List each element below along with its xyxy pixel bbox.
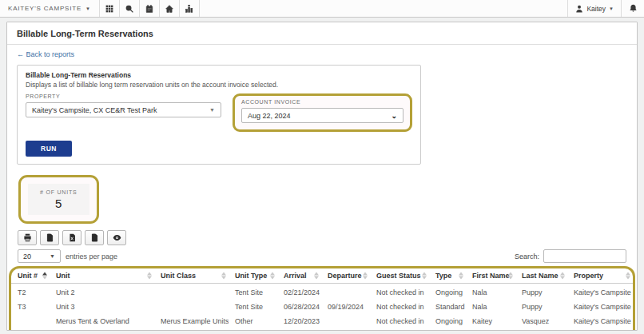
table-cell [154,284,229,300]
export-toolbar [18,230,637,245]
search-nav-button[interactable] [120,0,140,17]
main-panel: Billable Long-Term Reservations ← Back t… [6,22,638,331]
units-summary-label: # OF UNITS [40,189,78,195]
table-cell [11,314,50,328]
sort-icon [459,272,463,280]
column-header-label: Guest Status [376,272,421,280]
table-cell: Kaitey [466,314,515,328]
property-field-label: PROPERTY [26,93,221,99]
table-cell: 09/19/2024 [321,300,370,314]
reports-nav-button[interactable] [180,0,200,17]
back-to-reports-link[interactable]: ← Back to reports [17,50,74,58]
notifications-button[interactable] [622,0,644,17]
table-cell: Merus Glamping [50,328,154,331]
table-cell: Tent Site [229,300,277,314]
print-button[interactable] [18,230,37,245]
top-navigation-bar: KAITEY'S CAMPSITE ▼ Kaitey ▼ [0,0,644,18]
entries-per-page-label: entries per page [66,252,117,260]
property-select-value: Kaitey's Campsite, CX CE&R Test Park [32,106,157,114]
column-header-last-name[interactable]: Last Name [515,268,567,284]
search-label: Search: [515,252,539,260]
sort-icon [422,272,427,280]
column-header-label: Last Name [522,272,559,280]
search-input[interactable] [543,249,626,263]
table-cell: Merus Tent & Overland [50,314,154,328]
table-row: T2Unit 2Tent Site02/21/2024Not checked i… [11,284,633,300]
bar-chart-icon [185,5,193,13]
column-header-departure[interactable]: Departure [321,268,370,284]
table-row: Merus Tent & OverlandMerus Example Units… [11,314,633,328]
table-cell [321,328,370,331]
units-summary-value: 5 [40,197,78,210]
sort-icon [363,272,368,280]
table-row: Merus GlampingMerus Example UnitsOther01… [11,328,633,331]
table-cell: Unit 2 [50,284,154,300]
table-cell [11,328,50,331]
pdf-export-button[interactable] [40,230,59,245]
column-header-guest-status[interactable]: Guest Status [370,268,429,284]
file-csv-icon [90,233,99,242]
table-cell: T3 [11,300,50,314]
column-header-unit-class[interactable]: Unit Class [154,268,229,284]
csv-export-button[interactable] [85,230,104,245]
sort-icon [314,272,319,280]
property-switcher-label: KAITEY'S CAMPSITE [8,5,81,12]
table-cell: Tent Site [229,284,277,300]
column-header-type[interactable]: Type [429,268,466,284]
table-cell: Nala [466,284,515,300]
column-visibility-button[interactable] [107,230,126,245]
column-header-first-name[interactable]: First Name [466,268,515,284]
table-controls-row: 20 ▼ entries per page Search: [18,249,626,263]
column-header-unit-type[interactable]: Unit Type [229,268,277,284]
topbar-spacer [200,0,568,17]
page-title: Billable Long-Term Reservations [7,22,637,45]
column-header-label: First Name [472,272,510,280]
column-header-unit[interactable]: Unit [50,268,154,284]
chevron-down-icon: ▼ [609,6,614,11]
account-invoice-highlight: ACCOUNT INVOICE Aug 22, 2024 ⌄ [233,93,412,132]
table-cell: Not checked in [370,300,429,314]
table-cell: Vasquez [515,314,567,328]
file-excel-icon [68,233,77,242]
table-cell: Not checked in [370,314,429,328]
table-cell [321,314,370,328]
account-invoice-select[interactable]: Aug 22, 2024 ⌄ [241,108,403,123]
units-summary-box: # OF UNITS 5 [28,184,89,215]
report-form-card: Billable Long-Term Reservations Displays… [17,65,421,165]
column-header-label: Type [435,272,451,280]
table-cell: Kaitey's Campsite [567,300,633,314]
back-link-label: Back to reports [26,50,75,58]
excel-export-button[interactable] [62,230,81,245]
report-description: Displays a list of billable long term re… [26,81,412,89]
column-header-property[interactable]: Property [567,268,633,284]
user-icon [575,5,583,13]
column-header-label: Property [574,272,603,280]
results-table-highlight: Unit #UnitUnit ClassUnit TypeArrivalDepa… [9,266,635,331]
table-row: T3Unit 3Tent Site06/28/202409/19/2024Not… [11,300,633,314]
table-cell: Other [229,328,277,331]
table-header-row: Unit #UnitUnit ClassUnit TypeArrivalDepa… [11,268,633,284]
column-header-arrival[interactable]: Arrival [277,268,321,284]
home-nav-button[interactable] [160,0,180,17]
run-button[interactable]: RUN [26,141,72,157]
page-size-select[interactable]: 20 ▼ [18,249,61,263]
sort-icon [270,272,275,280]
table-cell [154,300,229,314]
reservations-nav-button[interactable] [140,0,160,17]
table-cell: Ongoing [429,328,466,331]
column-header-unit-[interactable]: Unit # [11,268,50,284]
property-select[interactable]: Kaitey's Campsite, CX CE&R Test Park ▼ [26,102,221,117]
property-switcher[interactable]: KAITEY'S CAMPSITE ▼ [0,0,100,17]
table-cell: Merus Example Units [154,314,229,328]
sort-icon [42,272,47,280]
chevron-down-icon: ▼ [209,107,215,113]
property-field-group: PROPERTY Kaitey's Campsite, CX CE&R Test… [26,93,221,117]
user-name: Kaitey [586,5,606,13]
table-cell: Kaitey's Campsite [567,284,633,300]
column-header-label: Arrival [284,272,307,280]
apps-grid-button[interactable] [100,0,120,17]
column-header-label: Unit # [18,272,38,280]
user-menu[interactable]: Kaitey ▼ [567,0,622,17]
sort-icon [147,272,152,280]
column-header-label: Unit Class [161,272,196,280]
